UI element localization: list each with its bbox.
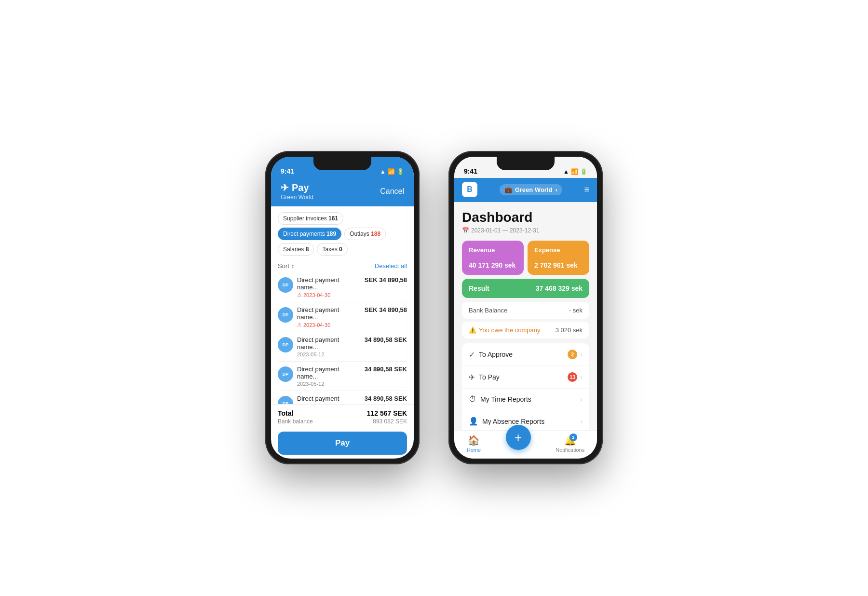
menu-to-pay[interactable]: ✈ To Pay 13 ›: [462, 366, 589, 389]
clock-icon: ⏱: [469, 395, 476, 404]
tab-taxes[interactable]: Taxes 0: [317, 243, 347, 256]
battery-icon-r: 🔋: [580, 168, 587, 175]
payment-list: DP Direct payment name... ⚠2023-04-30 SE…: [271, 272, 414, 404]
stats-grid: Revenue 40 171 290 sek Expense 2 702 961…: [462, 241, 589, 275]
home-icon: 🏠: [468, 434, 480, 446]
dp-avatar-2: DP: [278, 307, 293, 323]
payment-date-3: 2023-05-12: [297, 352, 361, 357]
payment-item-2[interactable]: DP Direct payment name... ⚠2023-04-30 SE…: [278, 302, 407, 332]
revenue-value: 40 171 290 sek: [469, 261, 517, 269]
notifications-nav-item[interactable]: 🔔 2 Notifications: [556, 434, 584, 453]
briefcase-icon: 💼: [504, 186, 512, 193]
chevron-icon-3: ›: [580, 395, 583, 403]
chevron-icon-2: ›: [580, 373, 583, 381]
dashboard-content: Dashboard 📅 2023-01-01 — 2023-12-31 Reve…: [454, 202, 597, 430]
status-time-left: 9:41: [281, 167, 294, 175]
dashboard-title: Dashboard: [462, 210, 589, 225]
time-reports-label: My Time Reports: [480, 395, 531, 403]
to-pay-label: To Pay: [479, 373, 500, 381]
bank-amount: 893 082 SEK: [373, 418, 407, 425]
payment-amount-3: 34 890,58 SEK: [365, 336, 407, 343]
payment-details-5: Direct payment name... 2023-05-12: [297, 395, 361, 404]
menu-time-reports-left: ⏱ My Time Reports: [469, 395, 531, 404]
payment-details-4: Direct payment name... 2023-05-12: [297, 366, 361, 387]
error-icon-2: ⚠: [297, 322, 302, 328]
tab-salaries[interactable]: Salaries 8: [278, 243, 314, 256]
dp-avatar-5: DP: [278, 396, 293, 404]
warning-label: ⚠️ You owe the company: [469, 326, 540, 334]
calendar-icon: 📅: [462, 227, 469, 234]
status-bar-right: 9:41 ▲ 📶 🔋: [454, 157, 597, 178]
tabs-container: Supplier invoices 161 Direct payments 18…: [271, 206, 414, 259]
nav-bar-left: ✈ Pay Green World Cancel: [271, 178, 414, 206]
person-icon: 👤: [469, 417, 478, 426]
payment-details-3: Direct payment name... 2023-05-12: [297, 336, 361, 357]
nav-title-group: ✈ Pay Green World: [281, 182, 313, 201]
to-pay-right: 13 ›: [568, 372, 583, 382]
bottom-nav: 🏠 Home + 🔔 2 Notifications: [454, 430, 597, 459]
revenue-card: Revenue 40 171 290 sek: [462, 241, 524, 275]
tab-direct-payments[interactable]: Direct payments 189: [278, 228, 341, 240]
menu-to-approve[interactable]: ✓ To Approve 2 ›: [462, 343, 589, 366]
cancel-button[interactable]: Cancel: [380, 187, 404, 196]
company-pill[interactable]: 💼 Green World ›: [500, 184, 562, 195]
scene: 9:41 ▲ 📶 🔋 ✈ Pay Green World: [10, 10, 858, 596]
brand-logo: B: [462, 182, 477, 197]
pay-button[interactable]: Pay: [278, 432, 407, 455]
payment-details-2: Direct payment name... ⚠2023-04-30: [297, 306, 361, 328]
phone-left-screen: 9:41 ▲ 📶 🔋 ✈ Pay Green World: [271, 157, 414, 459]
result-value: 37 468 329 sek: [536, 284, 583, 292]
payment-item-4[interactable]: DP Direct payment name... 2023-05-12 34 …: [278, 362, 407, 391]
result-card: Result 37 468 329 sek: [462, 279, 589, 298]
pay-icon: ✈: [281, 182, 289, 193]
wifi-icon: 📶: [388, 168, 395, 175]
battery-icon: 🔋: [397, 168, 404, 175]
bank-balance-value: - sek: [569, 307, 583, 314]
payment-amount-4: 34 890,58 SEK: [365, 366, 407, 373]
to-approve-right: 2 ›: [568, 350, 583, 359]
bank-balance-label: Bank Balance: [469, 307, 507, 314]
menu-time-reports[interactable]: ⏱ My Time Reports ›: [462, 389, 589, 410]
sort-label[interactable]: Sort ↕: [278, 262, 294, 270]
dp-avatar-1: DP: [278, 277, 293, 293]
top-bar: B 💼 Green World › ≡: [454, 178, 597, 202]
sort-row: Sort ↕ Deselect all: [271, 259, 414, 272]
hamburger-button[interactable]: ≡: [584, 185, 589, 195]
wifi-icon-r: 📶: [571, 168, 578, 175]
deselect-all-button[interactable]: Deselect all: [375, 262, 407, 270]
status-icons-left: ▲ 📶 🔋: [380, 168, 404, 175]
chevron-right-icon: ›: [555, 186, 557, 193]
fab-button[interactable]: +: [506, 425, 531, 450]
tab-outlays[interactable]: Outlays 188: [344, 228, 386, 240]
signal-icon-r: ▲: [563, 168, 569, 175]
notif-count-badge: 2: [570, 433, 577, 441]
payment-date-1: ⚠2023-04-30: [297, 292, 361, 298]
payment-item-1[interactable]: DP Direct payment name... ⚠2023-04-30 SE…: [278, 272, 407, 302]
chevron-icon-1: ›: [580, 351, 583, 358]
error-icon-1: ⚠: [297, 292, 302, 298]
menu-section: ✓ To Approve 2 › ✈ To: [462, 343, 589, 430]
home-nav-item[interactable]: 🏠 Home: [467, 434, 481, 453]
revenue-label: Revenue: [469, 246, 517, 254]
payment-name-4: Direct payment name...: [297, 366, 361, 380]
bank-balance-row: Bank Balance - sek: [462, 302, 589, 319]
payment-name-5: Direct payment name...: [297, 395, 361, 404]
payment-item-3[interactable]: DP Direct payment name... 2023-05-12 34 …: [278, 332, 407, 362]
sort-icon: ↕: [291, 262, 295, 270]
status-icons-right: ▲ 📶 🔋: [563, 168, 587, 175]
warning-row: ⚠️ You owe the company 3 020 sek: [462, 322, 589, 339]
warning-icon: ⚠️: [469, 326, 476, 334]
total-label: Total: [278, 409, 293, 417]
tab-supplier-invoices[interactable]: Supplier invoices 161: [278, 212, 343, 225]
payment-name-1: Direct payment name...: [297, 276, 361, 291]
check-icon: ✓: [469, 350, 475, 359]
expense-label: Expense: [534, 246, 583, 254]
to-pay-badge: 13: [568, 372, 577, 382]
phone-right-screen: 9:41 ▲ 📶 🔋 B 💼 Green World ›: [454, 157, 597, 459]
menu-to-approve-left: ✓ To Approve: [469, 350, 513, 359]
phone-right: 9:41 ▲ 📶 🔋 B 💼 Green World ›: [448, 151, 603, 464]
absence-label: My Absence Reports: [482, 418, 544, 425]
payment-item-5[interactable]: DP Direct payment name... 2023-05-12 34 …: [278, 391, 407, 404]
payment-amount-2: SEK 34 890,58: [365, 306, 407, 313]
result-label: Result: [469, 284, 489, 292]
